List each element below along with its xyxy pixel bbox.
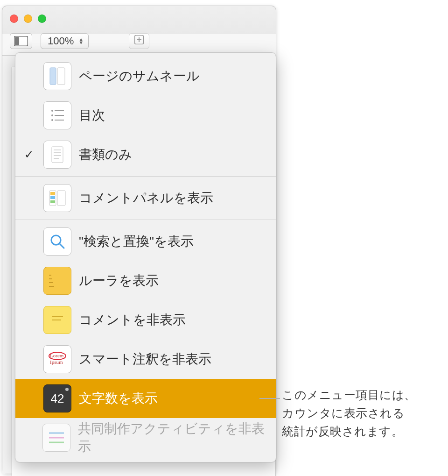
word-count-icon: 42 bbox=[43, 384, 71, 412]
menu-item-show-ruler[interactable]: ルーラを表示 bbox=[15, 261, 276, 300]
menu-item-hide-smart-annotations[interactable]: Lorem Ipsum スマート注釈を非表示 bbox=[15, 340, 276, 379]
menu-item-document-only[interactable]: ✓ 書類のみ bbox=[15, 135, 276, 174]
svg-point-7 bbox=[51, 110, 53, 112]
menu-item-label: コメントパネルを表示 bbox=[79, 189, 213, 207]
page-thumbnails-icon bbox=[43, 62, 71, 90]
svg-point-11 bbox=[51, 119, 53, 121]
menu-item-label: 目次 bbox=[79, 107, 105, 124]
ruler-icon bbox=[43, 267, 71, 295]
window-minimize-button[interactable] bbox=[24, 14, 32, 23]
menu-item-label: 書類のみ bbox=[79, 146, 132, 163]
svg-line-24 bbox=[60, 244, 64, 248]
menu-item-label: "検索と置換"を表示 bbox=[79, 233, 194, 250]
svg-rect-19 bbox=[50, 192, 55, 195]
window-controls bbox=[10, 14, 46, 23]
toc-icon bbox=[43, 101, 71, 129]
svg-rect-5 bbox=[50, 68, 56, 85]
plus-icon bbox=[134, 35, 144, 47]
menu-item-find-replace[interactable]: "検索と置換"を表示 bbox=[15, 222, 276, 261]
view-menu: ページのサムネール 目次 ✓ 書類のみ bbox=[15, 52, 276, 462]
smart-annotation-icon: Lorem Ipsum bbox=[43, 345, 71, 373]
word-count-number: 42 bbox=[51, 391, 64, 406]
checkmark-icon: ✓ bbox=[22, 148, 36, 161]
collab-activity-icon bbox=[42, 424, 70, 452]
callout-line-1: このメニュー項目には、 bbox=[282, 386, 441, 404]
menu-item-comments-panel[interactable]: コメントパネルを表示 bbox=[15, 178, 276, 218]
callout-line-2: カウンタに表示される bbox=[282, 404, 441, 422]
menu-item-label: スマート注釈を非表示 bbox=[79, 350, 211, 368]
menu-item-page-thumbnails[interactable]: ページのサムネール bbox=[15, 57, 276, 96]
menu-item-show-word-count[interactable]: 42 文字数を表示 bbox=[15, 379, 276, 418]
menu-item-hide-comments[interactable]: コメントを非表示 bbox=[15, 300, 276, 340]
zoom-select[interactable]: 100% ▲▼ bbox=[41, 33, 89, 49]
svg-rect-1 bbox=[15, 37, 19, 45]
callout-leader-line bbox=[266, 398, 280, 399]
svg-rect-13 bbox=[52, 147, 63, 163]
svg-rect-30 bbox=[49, 312, 66, 326]
menu-separator bbox=[15, 176, 276, 177]
document-only-icon bbox=[43, 141, 71, 169]
svg-rect-6 bbox=[57, 68, 65, 85]
callout-text: このメニュー項目には、 カウンタに表示される 統計が反映されます。 bbox=[282, 386, 441, 440]
menu-item-label: 文字数を表示 bbox=[79, 390, 158, 407]
titlebar bbox=[2, 6, 276, 31]
svg-point-9 bbox=[51, 114, 53, 116]
svg-rect-21 bbox=[50, 200, 55, 203]
svg-rect-20 bbox=[50, 196, 55, 199]
menu-item-label: ページのサムネール bbox=[79, 67, 200, 85]
comment-note-icon bbox=[43, 306, 71, 334]
window-zoom-button[interactable] bbox=[38, 14, 46, 23]
window-close-button[interactable] bbox=[10, 14, 18, 23]
svg-marker-31 bbox=[56, 326, 59, 329]
callout-line-3: 統計が反映されます。 bbox=[282, 422, 441, 440]
comments-panel-icon bbox=[43, 184, 71, 212]
svg-rect-22 bbox=[57, 191, 65, 206]
menu-item-label: 共同制作アクティビティを非表示 bbox=[78, 420, 267, 455]
menu-item-label: ルーラを表示 bbox=[79, 272, 159, 290]
search-icon bbox=[43, 227, 71, 256]
menu-item-toc[interactable]: 目次 bbox=[15, 96, 276, 135]
view-panel-icon bbox=[14, 36, 28, 46]
add-page-button[interactable] bbox=[129, 33, 149, 49]
menu-item-hide-collab-activity: 共同制作アクティビティを非表示 bbox=[15, 418, 276, 457]
menu-item-label: コメントを非表示 bbox=[79, 311, 186, 329]
zoom-value: 100% bbox=[48, 35, 74, 47]
stepper-arrows-icon: ▲▼ bbox=[78, 38, 84, 44]
view-menu-button[interactable] bbox=[10, 33, 32, 49]
menu-separator bbox=[15, 220, 276, 220]
